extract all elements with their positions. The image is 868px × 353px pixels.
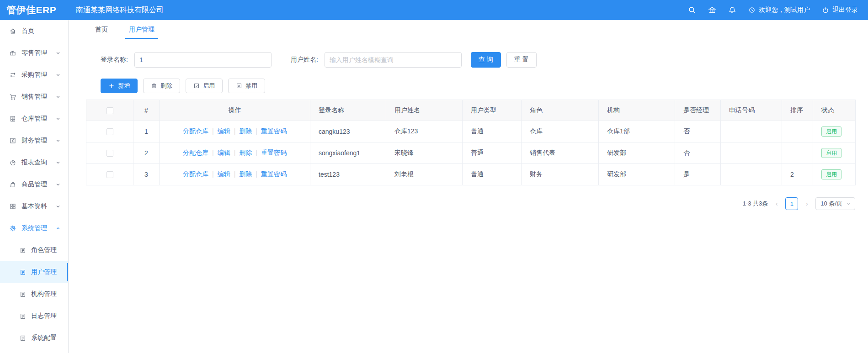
cart-icon (9, 93, 16, 100)
delete-link[interactable]: 删除 (239, 127, 252, 135)
sidebar-item-label: 角色管理 (31, 246, 57, 254)
sidebar-item-label: 系统配置 (31, 334, 57, 342)
action-toolbar: 新增 删除 启用 禁用 (86, 79, 855, 93)
reset-password-link[interactable]: 重置密码 (261, 170, 287, 178)
sidebar-item-label: 报表查询 (21, 158, 47, 167)
erp-app: 管伊佳ERP 南通某某网络科技有限公司 欢迎您，测试用户 退出登录 首页 (0, 0, 868, 353)
delete-button-label: 删除 (160, 82, 172, 90)
delete-link[interactable]: 删除 (239, 170, 252, 178)
user-name-label: 用户姓名: (291, 56, 318, 64)
status-badge: 启用 (821, 126, 841, 137)
filter-row: 登录名称: 用户姓名: 查 询 重 置 (86, 52, 855, 68)
row-operations: 分配仓库|编辑|删除|重置密码 (160, 121, 310, 142)
assign-warehouse-link[interactable]: 分配仓库 (183, 149, 208, 156)
add-button-label: 新增 (118, 82, 130, 90)
select-all-checkbox[interactable] (107, 107, 113, 114)
sidebar-item-label: 商品管理 (21, 180, 47, 189)
assign-warehouse-link[interactable]: 分配仓库 (183, 127, 208, 135)
sidebar-item-label: 基本资料 (21, 202, 47, 211)
sidebar-item-sales[interactable]: 销售管理 (0, 86, 68, 108)
edit-link[interactable]: 编辑 (218, 127, 230, 135)
sidebar-item-label: 仓库管理 (21, 115, 47, 123)
cell-org: 仓库1部 (599, 121, 675, 142)
row-checkbox[interactable] (107, 150, 113, 157)
reset-password-link[interactable]: 重置密码 (261, 127, 287, 135)
sidebar-item-system[interactable]: 系统管理 (0, 217, 68, 239)
bell-icon[interactable] (728, 6, 736, 14)
sidebar-item-retail[interactable]: 零售管理 (0, 42, 68, 64)
login-name-label: 登录名称: (101, 56, 128, 64)
delete-link[interactable]: 删除 (239, 149, 252, 156)
current-page-button[interactable]: 1 (785, 197, 798, 210)
disable-button[interactable]: 禁用 (228, 79, 265, 93)
gear-icon (9, 225, 16, 232)
prev-page-button[interactable]: ‹ (772, 200, 781, 207)
tab-user-management[interactable]: 用户管理 (122, 20, 162, 39)
chevron-down-icon (846, 201, 851, 206)
sidebar-item-label: 用户管理 (31, 268, 57, 276)
cell-is-manager: 否 (675, 142, 721, 164)
enable-button[interactable]: 启用 (186, 79, 223, 93)
cell-status: 启用 (813, 164, 856, 185)
reset-password-link[interactable]: 重置密码 (261, 149, 287, 156)
chevron-down-icon (55, 182, 61, 187)
row-checkbox[interactable] (107, 128, 113, 135)
sidebar-item-label: 系统管理 (21, 224, 47, 232)
add-button[interactable]: 新增 (101, 79, 138, 93)
bag-icon (9, 181, 16, 188)
sidebar-item-purchase[interactable]: 采购管理 (0, 64, 68, 86)
sidebar-item-finance[interactable]: 财务管理 (0, 130, 68, 152)
cell-org: 研发部 (599, 164, 675, 185)
page-size-select[interactable]: 10 条/页 (815, 197, 855, 210)
sidebar-item-label: 采购管理 (21, 71, 47, 79)
row-operations: 分配仓库|编辑|删除|重置密码 (160, 164, 310, 185)
sidebar-item-home[interactable]: 首页 (0, 20, 68, 42)
document-icon (19, 269, 27, 276)
logout-button[interactable]: 退出登录 (822, 6, 858, 14)
pagination: 1-3 共3条 ‹ 1 › 10 条/页 (86, 197, 855, 210)
document-icon (19, 247, 27, 254)
reset-button[interactable]: 重 置 (506, 52, 537, 68)
page-content: 登录名称: 用户姓名: 查 询 重 置 新增 删除 (69, 39, 868, 353)
user-table: # 操作 登录名称 用户姓名 用户类型 角色 机构 是否经理 电话号码 排序 状… (86, 100, 856, 185)
sidebar-item-label: 日志管理 (31, 312, 57, 320)
tab-home[interactable]: 首页 (88, 20, 115, 39)
user-name-input[interactable] (325, 52, 462, 68)
finance-icon (9, 137, 16, 144)
status-badge: 启用 (821, 169, 841, 179)
chevron-down-icon (55, 204, 61, 209)
cell-user-name: 仓库123 (386, 121, 463, 142)
edit-link[interactable]: 编辑 (218, 149, 230, 156)
check-square-icon (193, 83, 200, 89)
sidebar-item-basic-data[interactable]: 基本资料 (0, 195, 68, 217)
sidebar-item-system-config[interactable]: 系统配置 (0, 327, 68, 349)
pagination-total: 1-3 共3条 (743, 200, 768, 208)
col-operations: 操作 (160, 100, 310, 121)
pie-chart-icon (9, 159, 16, 166)
delete-button[interactable]: 删除 (143, 79, 180, 93)
row-checkbox[interactable] (107, 171, 113, 178)
disable-button-label: 禁用 (245, 82, 257, 90)
sidebar-item-products[interactable]: 商品管理 (0, 174, 68, 195)
sidebar-item-org-management[interactable]: 机构管理 (0, 283, 68, 305)
login-name-input[interactable] (134, 52, 272, 68)
sidebar-item-label: 销售管理 (21, 93, 47, 101)
cell-login-name: songxiaofeng1 (310, 142, 386, 164)
sidebar-item-reports[interactable]: 报表查询 (0, 152, 68, 174)
next-page-button[interactable]: › (803, 200, 811, 207)
edit-link[interactable]: 编辑 (218, 170, 230, 178)
app-logo: 管伊佳ERP (0, 4, 69, 16)
bank-icon[interactable] (708, 6, 716, 14)
welcome-user[interactable]: 欢迎您，测试用户 (748, 6, 810, 14)
sidebar-item-user-management[interactable]: 用户管理 (0, 261, 68, 283)
assign-warehouse-link[interactable]: 分配仓库 (183, 170, 208, 178)
page-size-value: 10 条/页 (820, 200, 842, 208)
col-index: # (133, 100, 160, 121)
search-button[interactable]: 查 询 (471, 52, 501, 68)
sidebar-item-role-management[interactable]: 角色管理 (0, 239, 68, 261)
sidebar-item-warehouse[interactable]: 仓库管理 (0, 108, 68, 130)
col-role: 角色 (522, 100, 599, 121)
cell-user-type: 普通 (463, 142, 522, 164)
search-icon[interactable] (688, 6, 696, 14)
sidebar-item-log-management[interactable]: 日志管理 (0, 305, 68, 327)
